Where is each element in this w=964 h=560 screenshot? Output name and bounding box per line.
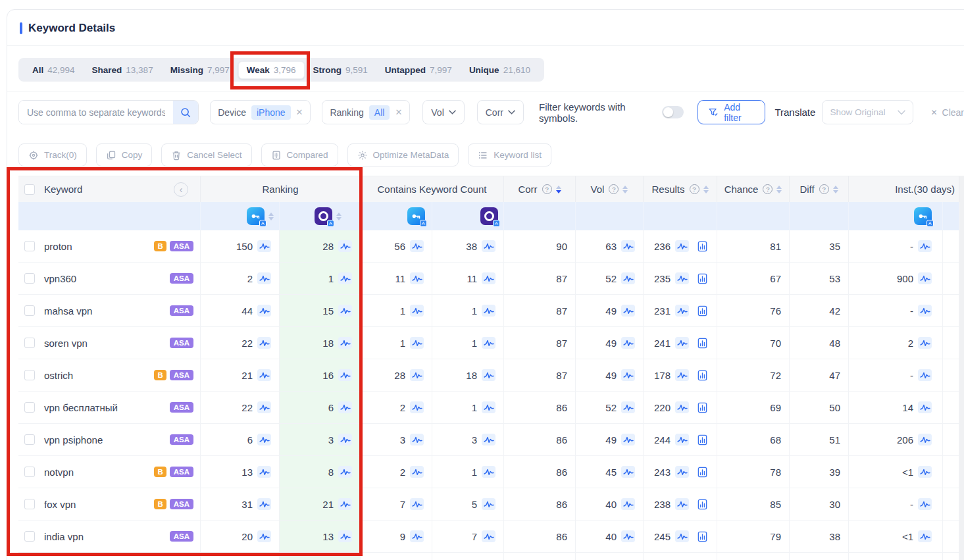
row-checkbox[interactable]: [24, 467, 35, 477]
sparkline-trend-icon[interactable]: [918, 498, 932, 510]
keyword-list-button[interactable]: Keyword list: [468, 143, 551, 166]
vol-filter-dropdown[interactable]: Vol: [422, 100, 464, 124]
remove-ranking-filter-icon[interactable]: ✕: [395, 107, 402, 117]
sort-vol-control[interactable]: [622, 186, 628, 193]
sparkline-trend-icon[interactable]: [621, 530, 635, 542]
sparkline-trend-icon[interactable]: [918, 240, 932, 252]
sparkline-trend-icon[interactable]: [410, 369, 424, 381]
row-checkbox[interactable]: [24, 499, 35, 509]
sparkline-trend-icon[interactable]: [338, 337, 352, 349]
ranking-filter-chip[interactable]: Ranking All ✕: [322, 100, 410, 124]
sparkline-trend-icon[interactable]: [482, 272, 495, 284]
sort-chance-control[interactable]: [776, 186, 782, 193]
sort-rank-own-control[interactable]: [268, 213, 274, 220]
sparkline-trend-icon[interactable]: [410, 530, 424, 542]
sparkline-trend-icon[interactable]: [482, 337, 495, 349]
results-chart-icon[interactable]: [696, 240, 709, 253]
sparkline-trend-icon[interactable]: [482, 401, 495, 413]
sparkline-trend-icon[interactable]: [482, 498, 495, 510]
help-icon[interactable]: [542, 184, 552, 194]
sparkline-trend-icon[interactable]: [675, 466, 689, 478]
sparkline-trend-icon[interactable]: [482, 466, 495, 478]
sparkline-trend-icon[interactable]: [338, 530, 352, 542]
results-chart-icon[interactable]: [696, 369, 709, 382]
translate-select[interactable]: Show Original: [822, 100, 913, 124]
copy-button[interactable]: Copy: [96, 143, 153, 166]
tab-untapped[interactable]: Untapped7,997: [376, 61, 461, 79]
sparkline-trend-icon[interactable]: [918, 466, 932, 478]
sort-rank-competitor-control[interactable]: [336, 213, 342, 220]
sparkline-trend-icon[interactable]: [918, 305, 932, 317]
optimize-metadata-button[interactable]: Optimize MetaData: [347, 143, 459, 166]
sparkline-trend-icon[interactable]: [410, 434, 424, 445]
sparkline-trend-icon[interactable]: [410, 272, 424, 284]
row-checkbox[interactable]: [24, 338, 35, 348]
sparkline-trend-icon[interactable]: [482, 240, 495, 252]
sparkline-trend-icon[interactable]: [621, 466, 635, 478]
sparkline-trend-icon[interactable]: [257, 337, 271, 349]
results-chart-icon[interactable]: [696, 466, 709, 478]
sparkline-trend-icon[interactable]: [257, 401, 271, 413]
sparkline-trend-icon[interactable]: [257, 272, 271, 284]
results-chart-icon[interactable]: [696, 530, 709, 543]
sparkline-trend-icon[interactable]: [621, 434, 635, 445]
sparkline-trend-icon[interactable]: [675, 305, 689, 317]
device-filter-chip[interactable]: Device iPhone ✕: [210, 100, 311, 124]
sparkline-trend-icon[interactable]: [621, 240, 635, 252]
results-chart-icon[interactable]: [696, 434, 709, 446]
sparkline-trend-icon[interactable]: [257, 498, 271, 510]
sparkline-trend-icon[interactable]: [257, 305, 271, 317]
sparkline-trend-icon[interactable]: [410, 498, 424, 510]
sparkline-trend-icon[interactable]: [675, 434, 689, 445]
sparkline-trend-icon[interactable]: [338, 434, 352, 445]
sparkline-trend-icon[interactable]: [621, 305, 635, 317]
vertical-scrollbar[interactable]: [959, 176, 964, 560]
cancel-select-button[interactable]: Cancel Select: [161, 143, 251, 166]
sparkline-trend-icon[interactable]: [918, 434, 932, 445]
results-chart-icon[interactable]: [696, 272, 709, 285]
sparkline-trend-icon[interactable]: [482, 369, 495, 381]
help-icon[interactable]: [819, 184, 829, 194]
sparkline-trend-icon[interactable]: [338, 401, 352, 413]
results-chart-icon[interactable]: [696, 401, 709, 414]
sparkline-trend-icon[interactable]: [257, 466, 271, 478]
tab-all[interactable]: All42,994: [24, 61, 84, 79]
compared-button[interactable]: Compared: [261, 143, 338, 166]
sparkline-trend-icon[interactable]: [621, 337, 635, 349]
sparkline-trend-icon[interactable]: [257, 434, 271, 445]
sparkline-trend-icon[interactable]: [338, 369, 352, 381]
tab-missing[interactable]: Missing7,997: [162, 61, 238, 79]
tab-unique[interactable]: Unique21,610: [461, 61, 539, 79]
sort-results-control[interactable]: [703, 186, 709, 193]
help-icon[interactable]: [763, 184, 773, 194]
select-all-checkbox[interactable]: [24, 184, 35, 195]
sparkline-trend-icon[interactable]: [918, 530, 932, 542]
add-filter-button[interactable]: Add filter: [698, 100, 765, 124]
row-checkbox[interactable]: [24, 402, 35, 413]
row-checkbox[interactable]: [24, 273, 35, 284]
remove-device-filter-icon[interactable]: ✕: [296, 107, 303, 117]
sparkline-trend-icon[interactable]: [918, 272, 932, 284]
sparkline-trend-icon[interactable]: [675, 498, 689, 510]
row-checkbox[interactable]: [24, 305, 35, 316]
sparkline-trend-icon[interactable]: [410, 305, 424, 317]
corr-filter-dropdown[interactable]: Corr: [477, 100, 524, 124]
sparkline-trend-icon[interactable]: [918, 401, 932, 413]
sort-corr-control[interactable]: [556, 186, 561, 193]
sort-diff-control[interactable]: [833, 186, 838, 193]
sparkline-trend-icon[interactable]: [675, 530, 689, 542]
row-checkbox[interactable]: [24, 434, 35, 445]
sparkline-trend-icon[interactable]: [338, 305, 352, 317]
sparkline-trend-icon[interactable]: [257, 240, 271, 252]
sparkline-trend-icon[interactable]: [410, 401, 424, 413]
tab-weak[interactable]: Weak3,796: [238, 61, 305, 79]
sparkline-trend-icon[interactable]: [482, 434, 495, 445]
row-checkbox[interactable]: [24, 531, 35, 542]
tab-shared[interactable]: Shared13,387: [84, 61, 162, 79]
sparkline-trend-icon[interactable]: [675, 272, 689, 284]
sparkline-trend-icon[interactable]: [482, 530, 495, 542]
sparkline-trend-icon[interactable]: [918, 369, 932, 381]
search-input[interactable]: [19, 101, 173, 124]
sparkline-trend-icon[interactable]: [675, 401, 689, 413]
track-button[interactable]: Track(0): [18, 143, 87, 166]
